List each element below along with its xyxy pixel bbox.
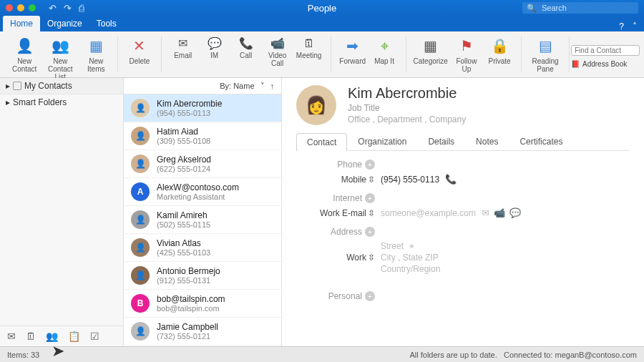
search-icon: 🔍 [527,4,537,13]
im-button[interactable]: 💬IM [199,33,230,62]
contact-row[interactable]: AAlexW@contoso.comMarketing Assistant [124,178,281,206]
redo-icon[interactable]: ↷ [64,3,72,14]
work-email-label[interactable]: Work E-mail⇳ [296,207,381,218]
street-placeholder[interactable]: Street [381,241,404,251]
contact-sub: (502) 555-0115 [157,220,210,229]
print-icon[interactable]: ⎙ [79,3,84,14]
city-state-zip-placeholder[interactable]: City , State ZIP [381,253,439,263]
phone-icon[interactable]: 📞 [445,174,457,185]
calendar-module-icon[interactable]: 🗓 [26,331,36,342]
item-count: Items: 33 [7,351,39,359]
status-bar: Items: 33 All folders are up to date. Co… [0,346,644,362]
detail-company[interactable]: Office , Department , Company [348,114,466,124]
private-button[interactable]: 🔒Private [484,33,515,68]
sort-asc-icon[interactable]: ↑ [270,82,275,90]
add-internet-button[interactable]: + [365,193,375,203]
checkbox-icon[interactable] [13,82,21,90]
help-icon[interactable]: ? [619,21,624,31]
forward-button[interactable]: ➡Forward [336,33,369,68]
tab-organization[interactable]: Organization [347,132,417,150]
close-window[interactable] [6,4,13,11]
country-placeholder[interactable]: Country/Region [381,264,440,274]
detail-tabs: Contact Organization Details Notes Certi… [296,132,630,151]
minimize-window[interactable] [17,4,24,11]
sync-status: All folders are up to date. [409,351,497,359]
mobile-value[interactable]: (954) 555-0113 [381,175,439,185]
mobile-label[interactable]: Mobile⇳ [296,174,381,185]
video-call-button[interactable]: 📹Video Call [262,33,293,70]
categorize-button[interactable]: ▦Categorize [412,33,449,68]
location-icon[interactable]: ⌖ [409,241,414,251]
mail-module-icon[interactable]: ✉ [7,331,16,342]
work-email-placeholder[interactable]: someone@example.com [381,208,476,218]
new-contact-button[interactable]: 👤New Contact [9,33,40,76]
avatar: 👤 [131,99,150,117]
delete-button[interactable]: ✕Delete [124,33,155,68]
work-address-label[interactable]: Work⇳ [296,241,381,274]
window-controls[interactable] [6,4,36,11]
find-contact-input[interactable] [571,45,640,56]
tasks-module-icon[interactable]: 📋 [68,331,80,342]
tab-details[interactable]: Details [417,132,465,150]
map-it-button[interactable]: ⌖Map It [369,33,400,68]
contact-sub: (425) 555-0103 [157,248,210,257]
add-personal-button[interactable]: + [365,291,375,301]
window-title: People [308,3,336,14]
chat-icon[interactable]: 💬 [509,207,521,218]
detail-avatar: 👩 [296,85,336,125]
avatar: 👤 [131,210,150,229]
email-icon[interactable]: ✉ [482,207,489,218]
contact-row[interactable]: 👤Antonio Bermejo(912) 555-0131 [124,262,281,290]
nav-smart-folders[interactable]: ▸Smart Folders [0,94,123,110]
add-phone-button[interactable]: + [365,160,375,170]
contact-row[interactable]: Bbob@tailspin.combob@tailspin.com [124,290,281,318]
tab-organize[interactable]: Organize [40,16,89,31]
contact-row[interactable]: 👤Kim Abercrombie(954) 555-0113 [124,94,281,122]
call-button[interactable]: 📞Call [230,33,262,62]
new-contact-list-button[interactable]: 👥New Contact List [40,33,80,84]
contact-row[interactable]: 👤Hatim Aiad(309) 555-0108 [124,122,281,150]
tab-contact[interactable]: Contact [296,133,347,151]
contact-row[interactable]: 👤Vivian Atlas(425) 555-0103 [124,234,281,262]
meeting-button[interactable]: 🗓Meeting [293,33,325,62]
contact-sub: Marketing Assistant [157,192,239,201]
people-module-icon[interactable]: 👥 [46,331,58,342]
email-button[interactable]: ✉Email [167,33,199,62]
address-book-button[interactable]: 📕Address Book [571,57,640,68]
tab-certificates[interactable]: Certificates [509,132,573,150]
flag-icon: ⚑ [457,36,477,56]
follow-up-button[interactable]: ⚑Follow Up [449,33,484,76]
contact-sub: (622) 555-0124 [157,165,211,173]
detail-job-title[interactable]: Job Title [348,103,466,113]
section-phone-label: Phone+ [296,160,379,170]
section-address-label: Address+ [296,227,379,237]
maximize-window[interactable] [29,4,36,11]
sort-button[interactable]: By: Name˅↑ [124,78,281,94]
detail-name: Kim Abercrombie [348,85,466,102]
contact-name: Kamil Amireh [157,210,210,220]
tab-tools[interactable]: Tools [89,16,124,31]
contact-row[interactable]: 👤Kamil Amireh(502) 555-0115 [124,206,281,234]
undo-icon[interactable]: ↶ [49,3,57,14]
tab-notes[interactable]: Notes [465,132,509,150]
collapse-ribbon-icon[interactable]: ˄ [633,21,637,31]
video-icon[interactable]: 📹 [494,207,505,218]
notes-module-icon[interactable]: ☑ [90,331,99,342]
new-items-button[interactable]: ▦New Items [80,33,112,76]
search-input-wrap[interactable]: 🔍 [522,2,638,14]
contact-sub: bob@tailspin.com [157,304,225,313]
contact-row[interactable]: 👤Greg Akselrod(622) 555-0124 [124,150,281,178]
nav-my-contacts[interactable]: ▸My Contacts [0,78,123,94]
new-contact-icon: 👤 [14,36,34,56]
connection-status: Connected to: meganB@contoso.com [504,351,637,359]
contact-row[interactable]: 👤ChristieC@contoso.comChristieC@contoso.… [124,346,281,346]
contact-row[interactable]: 👤Jamie Campbell(732) 555-0121 [124,318,281,346]
search-input[interactable] [540,3,634,13]
reading-pane-button[interactable]: ▤Reading Pane [527,33,563,76]
contact-name: Greg Akselrod [157,155,211,165]
tab-home[interactable]: Home [3,16,40,31]
pane-icon: ▤ [535,36,555,56]
chevron-down-icon: ˅ [260,82,265,91]
add-address-button[interactable]: + [365,227,375,237]
meeting-icon: 🗓 [302,36,316,50]
